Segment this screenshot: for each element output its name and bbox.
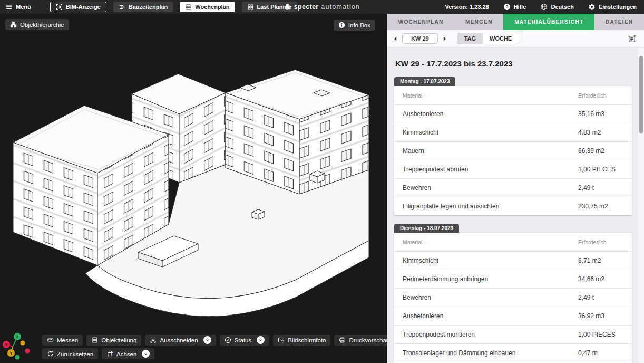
cell-material: Bewehren [403, 294, 578, 301]
brand-name: specter [294, 3, 319, 11]
tab-mengen[interactable]: MENGEN [454, 14, 503, 30]
toggle-tag[interactable]: TAG [457, 33, 483, 44]
topbar-button-bim-anzeige[interactable]: BIM-Anzeige [50, 2, 106, 12]
cell-material: Ausbetonieren [403, 312, 578, 320]
table-row: Mauern66,39 m2 [394, 141, 632, 160]
note-add-icon[interactable] [628, 34, 637, 43]
topbar-button-bauzeitenplan[interactable]: Bauzeitenplan [113, 2, 173, 12]
ruler-icon [47, 337, 54, 343]
axis-dot-neg-z[interactable] [15, 355, 20, 360]
column-required: Erforderlich [578, 239, 623, 245]
topbar-nav: BIM-AnzeigeBauzeitenplanWochenplanLast P… [50, 2, 297, 12]
material-table: MaterialErforderlichAusbetonieren35,16 m… [394, 86, 632, 215]
specter-logo: specter automation [284, 3, 360, 11]
cell-required: 34,66 m2 [578, 275, 623, 283]
globe-icon [540, 3, 548, 11]
table-row: Filigranplatte legen und ausrichten230,7… [394, 197, 632, 215]
toolbar-row-1: MessenObjektteilungAusschneidenStatusBil… [42, 335, 387, 346]
toggle-woche[interactable]: WOCHE [483, 33, 519, 44]
prev-week-button[interactable] [393, 36, 398, 42]
topbar-item-hilfe[interactable]: ?Hilfe [503, 3, 526, 11]
topbar-right: Version: 1.23.28 ?HilfeDeutschEinstellun… [445, 3, 644, 11]
topbar-button-wochenplan[interactable]: Wochenplan [180, 2, 235, 12]
cell-material: Perimeterdämmung anbringen [403, 275, 578, 283]
viewport-button-zuruecksetzen[interactable]: Zurücksetzen [42, 348, 98, 359]
axis-y-label: Y [9, 351, 12, 356]
cell-material: Kimmschicht [403, 129, 578, 136]
topbar: Menü BIM-AnzeigeBauzeitenplanWochenplanL… [0, 0, 644, 14]
axis-dot-neg-y[interactable] [21, 341, 25, 346]
cell-material: Kimmschicht [403, 257, 578, 264]
menu-label: Menü [16, 4, 31, 10]
cell-material: Ausbetonieren [403, 110, 578, 118]
gantt-icon [119, 4, 125, 11]
tab-label: DATEIEN [606, 19, 633, 25]
cell-material: Mauern [403, 147, 578, 155]
axis-gizmo[interactable]: Z X Y [1, 329, 34, 362]
topbar-button-label: BIM-Anzeige [66, 4, 101, 10]
cell-required: 66,39 m2 [578, 147, 623, 155]
topbar-item-label: Hilfe [514, 4, 526, 10]
object-hierarchy-button[interactable]: Objekthierarchie [5, 19, 69, 30]
scan-icon [56, 4, 63, 11]
day-section: Montag - 17.07.2023MaterialErforderlichA… [394, 76, 632, 215]
bim-viewport[interactable]: Objekthierarchie Info Box MessenObjektte… [0, 14, 387, 363]
viewport-button-status[interactable]: Status [220, 335, 270, 346]
viewport-button-druckvorschau[interactable]: Druckvorschau [334, 335, 387, 346]
viewport-button-ausschneiden[interactable]: Ausschneiden [145, 335, 216, 346]
scissors-icon [150, 337, 157, 343]
table-row: Treppenpodest montieren1,00 PIECES [394, 325, 632, 343]
chevron-down-icon[interactable] [142, 350, 150, 358]
toolbar-button-label: Ausschneiden [160, 337, 198, 343]
hamburger-icon [5, 3, 13, 11]
axes-icon [106, 350, 113, 357]
table-row: Tronsolenlager und Dämmung einbauen0,47 … [394, 343, 632, 362]
menu-button[interactable]: Menü [5, 3, 31, 11]
table-header: MaterialErforderlich [394, 233, 632, 251]
building-model [0, 14, 387, 363]
table-header: MaterialErforderlich [394, 86, 632, 104]
table-row: Kimmschicht6,71 m2 [394, 251, 632, 270]
scrollbar-track[interactable] [638, 48, 644, 363]
next-week-button[interactable] [442, 36, 447, 42]
cell-material: Bewehren [403, 184, 578, 192]
viewport-button-messen[interactable]: Messen [42, 335, 83, 346]
chevron-down-icon[interactable] [257, 336, 265, 344]
day-section: Dienstag - 18.07.2023MaterialErforderlic… [394, 223, 632, 363]
table-row: Ausbetonieren36,92 m3 [394, 307, 632, 325]
column-material: Material [403, 239, 578, 245]
cell-material: Tronsolenlager und Dämmung einbauen [403, 349, 578, 357]
axis-dot-neg-x[interactable] [25, 349, 30, 354]
viewport-button-objektteilung[interactable]: Objektteilung [86, 335, 141, 346]
cell-required: 2,49 t [578, 294, 623, 301]
toolbar-button-label: Zurücksetzen [57, 351, 93, 357]
toolbar-button-label: Messen [57, 337, 78, 343]
tab-materialuebersicht[interactable]: MATERIALÜBERSICHT [503, 14, 594, 30]
tab-label: MENGEN [465, 19, 493, 25]
table-row: Ausbetonieren35,16 m3 [394, 104, 632, 123]
topbar-item-einstellungen[interactable]: Einstellungen [588, 3, 637, 11]
viewport-button-bildschirmfoto[interactable]: Bildschirmfoto [273, 335, 330, 346]
toolbar-button-label: Druckvorschau [349, 337, 387, 343]
axis-z-label: Z [16, 335, 19, 339]
week-selector[interactable]: KW 29 [402, 33, 438, 44]
viewport-button-achsen[interactable]: Achsen [102, 348, 154, 359]
gear-icon [588, 3, 596, 11]
info-box-button[interactable]: Info Box [334, 20, 375, 31]
week-heading: KW 29 - 17.7.2023 bis 23.7.2023 [395, 59, 632, 68]
day-week-toggle: TAG WOCHE [457, 33, 520, 44]
cell-required: 230,75 m2 [578, 203, 623, 210]
toolbar-button-label: Achsen [116, 351, 136, 357]
cell-required: 2,49 t [578, 184, 623, 192]
info-icon [338, 22, 345, 28]
scrollbar-thumb[interactable] [639, 56, 643, 133]
table-row: Kimmschicht4,83 m2 [394, 123, 632, 141]
topbar-button-label: Bauzeitenplan [129, 4, 168, 10]
topbar-item-label: Deutsch [551, 4, 573, 10]
cell-required: 1,00 PIECES [578, 331, 623, 338]
tab-wochenplan[interactable]: WOCHENPLAN [387, 14, 454, 30]
chevron-down-icon[interactable] [203, 336, 211, 344]
column-required: Erforderlich [578, 92, 623, 99]
tab-dateien[interactable]: DATEIEN [594, 14, 644, 30]
topbar-item-deutsch[interactable]: Deutsch [540, 3, 573, 11]
